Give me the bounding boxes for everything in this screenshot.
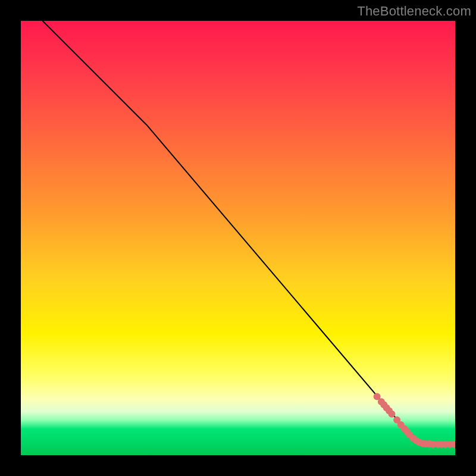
data-point — [412, 437, 419, 444]
data-point — [401, 425, 408, 432]
data-point — [441, 441, 448, 448]
data-point — [422, 440, 430, 447]
data-point — [434, 441, 441, 448]
marker-group — [374, 393, 455, 447]
data-point — [406, 431, 413, 439]
data-point — [380, 401, 387, 408]
chart-frame: TheBottleneck.com — [0, 0, 476, 476]
data-point — [430, 441, 437, 448]
data-point — [426, 440, 433, 447]
data-point — [397, 421, 405, 428]
data-point — [451, 441, 455, 448]
series-curve — [43, 21, 456, 444]
data-point — [388, 411, 395, 418]
data-point — [419, 440, 426, 447]
data-point — [409, 435, 416, 442]
data-point — [438, 441, 445, 448]
data-point — [374, 393, 381, 400]
data-point — [386, 408, 393, 415]
data-point — [415, 439, 422, 446]
data-point — [403, 428, 411, 436]
watermark-label: TheBottleneck.com — [357, 4, 471, 19]
data-point — [446, 441, 453, 448]
plot-area — [21, 21, 455, 455]
chart-overlay-svg — [21, 21, 455, 455]
data-point — [393, 416, 400, 424]
data-point — [378, 398, 385, 405]
data-point — [383, 404, 390, 411]
